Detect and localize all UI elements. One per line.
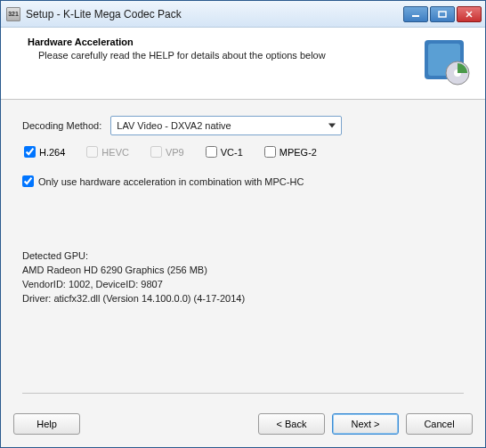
gpu-heading: Detected GPU: <box>22 249 464 264</box>
mpc-only-input[interactable] <box>22 175 34 187</box>
checkbox-vc1[interactable]: VC-1 <box>206 146 243 158</box>
checkbox-hevc[interactable]: HEVC <box>86 146 129 158</box>
vp9-input <box>150 146 162 158</box>
minimize-button[interactable] <box>403 6 428 22</box>
setup-window: 321 Setup - K-Lite Mega Codec Pack Hardw… <box>0 0 486 448</box>
next-button[interactable]: Next > <box>332 413 399 435</box>
app-icon: 321 <box>6 7 20 21</box>
gpu-ids: VendorID: 1002, DeviceID: 9807 <box>22 278 464 292</box>
close-button[interactable] <box>457 6 482 22</box>
page-subtitle: Please carefully read the HELP for detai… <box>28 50 414 61</box>
h264-input[interactable] <box>24 146 36 158</box>
wizard-icon <box>421 37 471 86</box>
decoding-method-label: Decoding Method: <box>22 120 101 131</box>
page-header: Hardware Acceleration Please carefully r… <box>1 28 485 100</box>
gpu-info: Detected GPU: AMD Radeon HD 6290 Graphic… <box>22 249 464 306</box>
gpu-model: AMD Radeon HD 6290 Graphics (256 MB) <box>22 264 464 278</box>
window-controls <box>403 6 482 22</box>
footer: Help < Back Next > Cancel <box>1 401 485 447</box>
checkbox-mpeg2[interactable]: MPEG-2 <box>264 146 317 158</box>
gpu-driver: Driver: aticfx32.dll (Version 14.100.0.0… <box>22 292 464 306</box>
cancel-button[interactable]: Cancel <box>406 413 473 435</box>
svg-rect-1 <box>439 12 446 17</box>
titlebar: 321 Setup - K-Lite Mega Codec Pack <box>1 1 485 28</box>
help-button[interactable]: Help <box>13 413 80 435</box>
footer-divider <box>22 393 464 394</box>
content-area: Decoding Method: LAV Video - DXVA2 nativ… <box>1 100 485 401</box>
checkbox-vp9[interactable]: VP9 <box>150 146 184 158</box>
decoding-method-select[interactable]: LAV Video - DXVA2 native <box>110 116 342 135</box>
checkbox-mpc-only[interactable]: Only use hardware acceleration in combin… <box>22 175 464 187</box>
checkbox-h264[interactable]: H.264 <box>24 146 65 158</box>
maximize-button[interactable] <box>430 6 455 22</box>
back-button[interactable]: < Back <box>258 413 325 435</box>
mpeg2-input[interactable] <box>264 146 276 158</box>
page-title: Hardware Acceleration <box>28 37 414 47</box>
window-title: Setup - K-Lite Mega Codec Pack <box>26 8 403 20</box>
decoding-method-value: LAV Video - DXVA2 native <box>117 120 231 131</box>
vc1-input[interactable] <box>206 146 217 158</box>
hevc-input <box>86 146 98 158</box>
codec-checkboxes: H.264 HEVC VP9 VC-1 MPEG-2 <box>22 146 464 158</box>
